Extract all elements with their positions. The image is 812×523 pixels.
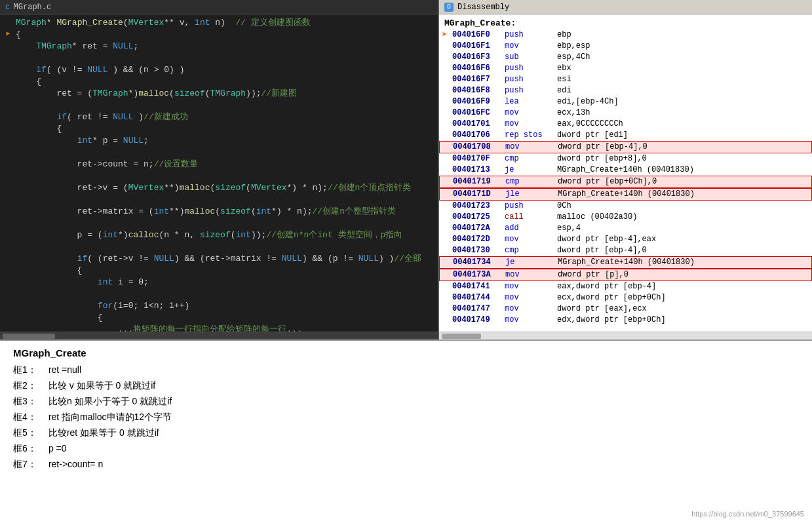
frame-desc-3: 比较n 如果小于等于 0 就跳过if	[48, 396, 172, 406]
frame-num-2: 框2：	[13, 378, 46, 393]
disasm-content[interactable]: MGraph_Create: ➤ 004016F0 push ebp 00401…	[439, 14, 812, 332]
disasm-scrollbar-thumb[interactable]	[442, 334, 481, 339]
disasm-row: ➤ 004016F0 push ebp	[439, 29, 812, 41]
frame-desc-1: ret =null	[48, 364, 81, 375]
disasm-func-label: MGraph_Create:	[439, 17, 812, 29]
disasm-row: 00401730 cmp dword ptr [ebp-4],0	[439, 245, 812, 256]
annotation-item-7: 框7： ret->count= n	[13, 457, 799, 471]
frame-num-1: 框1：	[13, 362, 46, 377]
code-line-1: MGraph* MGraph_Create(MVertex** v, int n…	[0, 17, 438, 29]
annotation-item-1: 框1： ret =null	[13, 362, 799, 377]
frame-num-5: 框5：	[13, 425, 46, 440]
code-line-16: for(i=0; i<n; i++)	[0, 300, 438, 312]
code-line-5: ret = (TMGraph*)malloc(sizeof(TMGraph));…	[0, 88, 438, 100]
code-content[interactable]: MGraph* MGraph_Create(MVertex** v, int n…	[0, 14, 438, 332]
frame-num-3: 框3：	[13, 394, 46, 408]
disasm-horizontal-scrollbar[interactable]	[439, 332, 812, 339]
code-line-4: {	[0, 76, 438, 88]
code-line-blank6	[0, 218, 438, 229]
disasm-row-highlighted-5: 0040173A mov dword ptr [p],0	[439, 269, 812, 281]
disasm-row: 004016F9 lea edi,[ebp-4Ch]	[439, 96, 812, 107]
disasm-row: 004016FC mov ecx,13h	[439, 107, 812, 119]
code-line-blank8	[0, 288, 438, 300]
disasm-row: 0040172D mov dword ptr [ebp-4],eax	[439, 234, 812, 245]
execution-arrow: ➤	[5, 29, 16, 41]
code-line-12: p = (int*)calloc(n * n, sizeof(int));//创…	[0, 229, 438, 241]
disasm-row: 00401744 mov ecx,dword ptr [ebp+0Ch]	[439, 292, 812, 303]
code-line-blank7	[0, 241, 438, 253]
disasm-row: 00401725 call malloc (00402a30)	[439, 212, 812, 223]
frame-num-7: 框7：	[13, 457, 46, 471]
code-line-11: ret->matrix = (int**)malloc(sizeof(int*)…	[0, 206, 438, 218]
disasm-row: 004016F3 sub esp,4Ch	[439, 52, 812, 63]
annotation-item-4: 框4： ret 指向malloc申请的12个字节	[13, 410, 799, 424]
disasm-row: 0040172A add esp,4	[439, 223, 812, 234]
disasm-row: 004016F1 mov ebp,esp	[439, 41, 812, 52]
disasm-titlebar: D Disassembly	[439, 0, 812, 14]
disasm-row-highlighted-3: 0040171D jle MGraph_Create+140h (0040183…	[439, 188, 812, 201]
disasm-row: 00401749 mov edx,dword ptr [ebp+0Ch]	[439, 315, 812, 326]
disasm-row: 0040170F cmp dword ptr [ebp+8],0	[439, 153, 812, 165]
disasm-row: 00401713 je MGraph_Create+140h (00401830…	[439, 165, 812, 176]
code-line-blank3	[0, 147, 438, 159]
code-panel: C MGraph.c MGraph* MGraph_Create(MVertex…	[0, 0, 439, 339]
annotation-item-5: 框5： 比较ret 如果等于 0 就跳过if	[13, 425, 799, 440]
disasm-title: Disassembly	[457, 3, 509, 12]
code-line-blank2	[0, 100, 438, 111]
code-line-blank4	[0, 170, 438, 182]
code-horizontal-scrollbar[interactable]	[0, 332, 438, 339]
code-line-arrow: ➤ {	[0, 29, 438, 41]
frame-desc-4: ret 指向malloc申请的12个字节	[48, 412, 172, 422]
disasm-row: 004016F8 push edi	[439, 85, 812, 96]
disasm-row: 00401747 mov dword ptr [eax],ecx	[439, 303, 812, 315]
code-line-blank5	[0, 194, 438, 206]
disasm-row: 00401741 mov eax,dword ptr [ebp-4]	[439, 281, 812, 292]
disasm-row: 00401706 rep stos dword ptr [edi]	[439, 130, 812, 141]
disasm-row: 00401701 mov eax,0CCCCCCCCh	[439, 119, 812, 130]
code-line-9: ret->count = n;//设置数量	[0, 159, 438, 170]
frame-num-6: 框6：	[13, 441, 46, 455]
disasm-row-highlighted-1: 00401708 mov dword ptr [ebp-4],0	[439, 141, 812, 153]
disasm-execution-arrow: ➤	[442, 29, 452, 41]
disasm-row: 004016F6 push ebx	[439, 63, 812, 74]
code-line-13: if( (ret->v != NULL) && (ret->matrix != …	[0, 253, 438, 265]
annotation-item-2: 框2： 比较 v 如果等于 0 就跳过if	[13, 378, 799, 393]
frame-desc-2: 比较 v 如果等于 0 就跳过if	[48, 380, 155, 391]
code-line-17: {	[0, 312, 438, 324]
code-scrollbar-thumb[interactable]	[3, 334, 55, 339]
code-line-blank1	[0, 52, 438, 64]
code-line-6: if( ret != NULL )//新建成功	[0, 111, 438, 123]
code-panel-titlebar: C MGraph.c	[0, 0, 438, 14]
code-line-3: if( (v != NULL ) && (n > 0) )	[0, 64, 438, 76]
frame-desc-5: 比较ret 如果等于 0 就跳过if	[48, 427, 159, 438]
watermark: https://blog.csdn.net/m0_37599645	[691, 510, 804, 518]
annotation-item-3: 框3： 比较n 如果小于等于 0 就跳过if	[13, 394, 799, 408]
code-file-icon: C	[5, 3, 10, 11]
code-line-8: int* p = NULL;	[0, 135, 438, 147]
code-line-14: {	[0, 265, 438, 277]
disasm-panel: D Disassembly MGraph_Create: ➤ 004016F0 …	[439, 0, 812, 339]
annotation-title: MGraph_Create	[13, 347, 799, 358]
line-arrow-1	[5, 17, 16, 29]
disasm-icon: D	[444, 3, 454, 12]
disasm-row-highlighted-2: 00401719 cmp dword ptr [ebp+0Ch],0	[439, 176, 812, 188]
code-panel-title: MGraph.c	[14, 3, 52, 12]
frame-num-4: 框4：	[13, 410, 46, 424]
disasm-row: 004016F7 push esi	[439, 74, 812, 85]
annotation-item-6: 框6： p =0	[13, 441, 799, 455]
code-line-7: {	[0, 123, 438, 135]
frame-desc-7: ret->count= n	[48, 459, 103, 469]
disasm-row: 00401723 push 0Ch	[439, 201, 812, 212]
disasm-row-highlighted-4: 00401734 je MGraph_Create+140h (00401830…	[439, 256, 812, 269]
code-line-18: ...将矩阵的每一行指向分配给矩阵的每一行...	[0, 324, 438, 332]
frame-desc-6: p =0	[48, 443, 67, 454]
code-line-10: ret->v = (MVertex**)malloc(sizeof(MVerte…	[0, 182, 438, 194]
code-line-15: int i = 0;	[0, 277, 438, 288]
annotation-panel: MGraph_Create 框1： ret =null 框2： 比较 v 如果等…	[0, 341, 812, 523]
code-line-2: TMGraph* ret = NULL;	[0, 41, 438, 52]
